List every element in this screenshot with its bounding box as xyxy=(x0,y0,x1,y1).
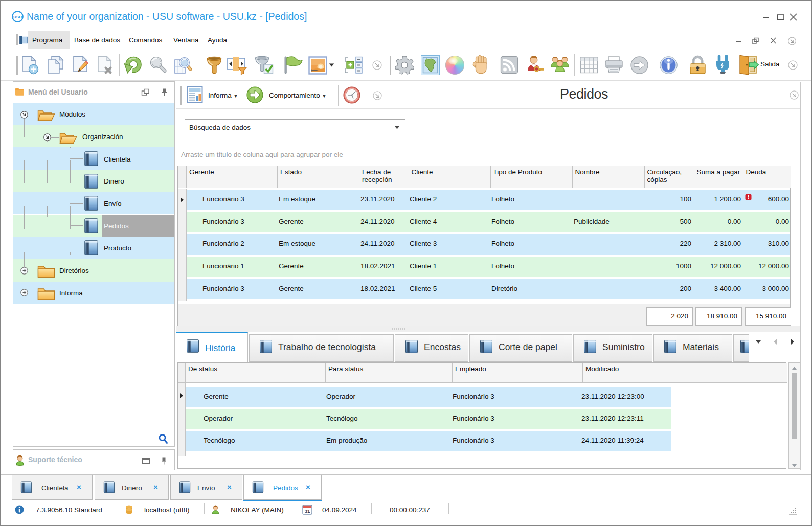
svg-text:31: 31 xyxy=(305,508,310,514)
svg-text:USU: USU xyxy=(13,15,22,19)
